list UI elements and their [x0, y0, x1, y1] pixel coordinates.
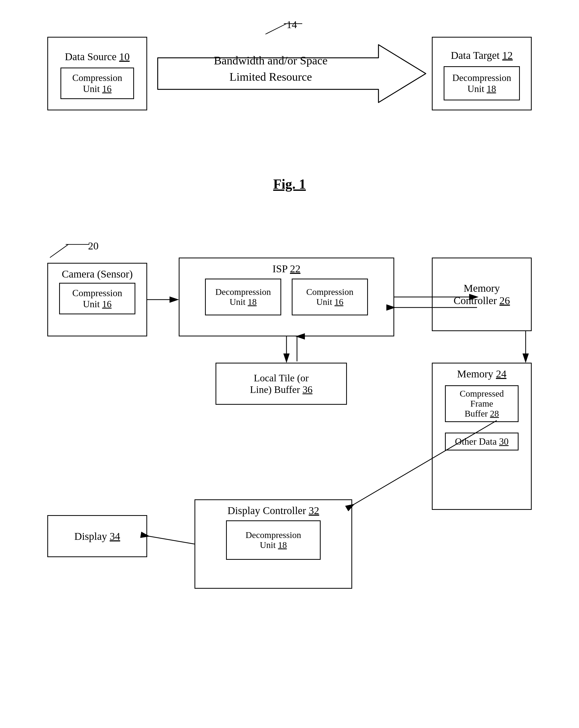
fig1-ref-label: 14 — [250, 21, 302, 38]
fig2-other-data-label: Other Data 30 — [455, 436, 508, 447]
fig2-local-tile-label: Local Tile (orLine) Buffer 36 — [250, 372, 313, 395]
fig2-display-label: Display 34 — [74, 530, 120, 542]
fig2-diagram: 20 Camera (Sensor) CompressionUnit 16 IS… — [31, 237, 548, 728]
fig1-bandwidth-arrow: Bandwidth and/or SpaceLimited Resource — [158, 42, 426, 105]
fig2-isp-decomp-box: DecompressionUnit 18 — [205, 279, 281, 315]
fig1-data-source-title: Data Source 10 — [61, 48, 134, 65]
fig1-ref-number: 14 — [287, 18, 297, 31]
fig2-compressed-fb-label: CompressedFrameBuffer 28 — [460, 389, 504, 418]
fig2-display-controller-title: Display Controller 32 — [200, 504, 347, 517]
fig1-data-target-title: Data Target 12 — [447, 47, 517, 63]
fig1-data-target-box: Data Target 12 DecompressionUnit 18 — [432, 37, 532, 110]
fig1-data-source-box: Data Source 10 CompressionUnit 16 — [47, 37, 147, 110]
fig2-memory-title: Memory 24 — [437, 368, 527, 380]
svg-line-0 — [265, 24, 287, 34]
fig1-decompression-unit-box: DecompressionUnit 18 — [444, 66, 520, 100]
fig2-camera-compression-label: CompressionUnit 16 — [72, 288, 122, 310]
fig2-isp-decomp-label: DecompressionUnit 18 — [215, 287, 271, 307]
fig1-label: Fig. 1 — [273, 177, 306, 191]
fig2-camera-title: Camera (Sensor) — [52, 268, 142, 280]
fig2-displayctrl-decomp-box: DecompressionUnit 18 — [226, 520, 321, 560]
fig2-other-data-box: Other Data 30 — [445, 433, 519, 450]
fig1-bandwidth-label: Bandwidth and/or SpaceLimited Resource — [174, 53, 368, 85]
fig2-compressed-fb-box: CompressedFrameBuffer 28 — [445, 385, 519, 422]
fig2-isp-comp-box: CompressionUnit 16 — [292, 279, 368, 315]
fig2-camera-box: Camera (Sensor) CompressionUnit 16 — [47, 263, 147, 336]
fig2-memory-controller-box: MemoryController 26 — [432, 258, 532, 331]
fig2-local-tile-box: Local Tile (orLine) Buffer 36 — [215, 363, 347, 405]
fig2-isp-comp-label: CompressionUnit 16 — [306, 287, 353, 307]
fig1-compression-unit-box: CompressionUnit 16 — [60, 68, 134, 99]
fig1-diagram: 14 Data Source 10 CompressionUnit 16 Ban… — [31, 21, 548, 184]
fig2-camera-compression-box: CompressionUnit 16 — [59, 283, 135, 314]
fig2-isp-title: ISP 22 — [184, 263, 389, 275]
fig2-display-controller-box: Display Controller 32 DecompressionUnit … — [194, 499, 352, 589]
fig2-memory-controller-label: MemoryController 26 — [454, 282, 510, 307]
fig2-display-box: Display 34 — [47, 515, 147, 557]
fig2-ref-number: 20 — [88, 240, 99, 252]
fig1-caption: Fig. 1 — [31, 176, 548, 192]
fig2-memory-box: Memory 24 CompressedFrameBuffer 28 Other… — [432, 363, 532, 510]
fig2-isp-box: ISP 22 DecompressionUnit 18 CompressionU… — [179, 258, 394, 336]
fig1-decompression-unit-label: DecompressionUnit 18 — [449, 71, 514, 96]
svg-line-16 — [149, 536, 194, 544]
svg-line-3 — [50, 244, 68, 258]
fig2-displayctrl-decomp-label: DecompressionUnit 18 — [245, 530, 301, 550]
fig2-isp-inner: DecompressionUnit 18 CompressionUnit 16 — [205, 279, 368, 315]
fig1-compression-unit-label: CompressionUnit 16 — [69, 71, 125, 96]
